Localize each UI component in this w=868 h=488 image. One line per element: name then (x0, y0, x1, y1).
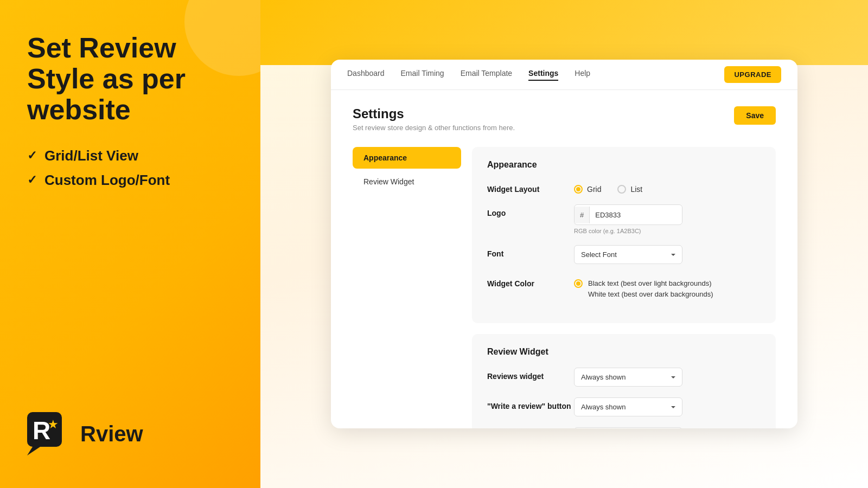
brand-logo: R ★ (27, 412, 71, 455)
feature-item: ✓ Grid/List View (27, 147, 233, 164)
app-card: Dashboard Email Timing Email Template Se… (331, 60, 797, 428)
brand-area: R ★ Rview (27, 412, 233, 455)
widget-layout-radio-group: Grid List (574, 181, 761, 194)
font-select[interactable]: Select Font Arial Roboto Open Sans Lato … (574, 245, 682, 264)
svg-marker-2 (27, 447, 40, 455)
widget-color-row: Widget Color Black text (best over light… (487, 275, 761, 299)
reviews-widget-select[interactable]: Always shown Hidden Show on hover (574, 368, 682, 387)
nav-email-template[interactable]: Email Template (461, 69, 512, 81)
grid-radio-circle (574, 185, 583, 194)
sidebar-item-review-widget[interactable]: Review Widget (353, 171, 461, 192)
color-input-row: # (574, 204, 682, 225)
widget-color-text: Black text (best over light backgrounds)… (588, 278, 713, 299)
write-review-select[interactable]: Always shown Hidden Show on hover (574, 397, 682, 416)
check-icon: ✓ (27, 149, 37, 163)
layout-list-option[interactable]: List (617, 185, 642, 194)
app-nav: Dashboard Email Timing Email Template Se… (331, 60, 797, 90)
svg-text:★: ★ (48, 418, 59, 431)
list-radio-circle (617, 185, 626, 194)
hero-title: Set Review Style as per website (27, 33, 233, 126)
write-review-row: "Write a review" button Always shown Hid… (487, 397, 761, 416)
page-title: Settings (353, 106, 515, 121)
widget-color-text2: White text (best over dark backgrounds) (588, 289, 713, 300)
settings-main: Appearance Widget Layout Grid (461, 147, 776, 428)
settings-sidebar: Appearance Review Widget (353, 147, 461, 428)
appearance-section: Appearance Widget Layout Grid (472, 147, 776, 323)
upgrade-button[interactable]: UPGRADE (724, 66, 781, 83)
reviews-per-page-select[interactable]: 5 7 10 15 20 (574, 427, 682, 428)
reviews-per-page-row: Reviews per page 5 7 10 15 20 (487, 427, 761, 428)
font-label: Font (487, 245, 574, 258)
color-value-input[interactable] (590, 207, 682, 223)
layout-grid-option[interactable]: Grid (574, 185, 601, 194)
nav-help[interactable]: Help (575, 69, 590, 81)
check-icon: ✓ (27, 173, 37, 187)
feature-item: ✓ Custom Logo/Font (27, 172, 233, 189)
widget-color-text1: Black text (best over light backgrounds) (588, 278, 713, 289)
write-review-select-wrapper: Always shown Hidden Show on hover (574, 397, 682, 416)
logo-row: Logo # RGB color (e.g. 1A2B3C) (487, 204, 761, 234)
right-panel: Dashboard Email Timing Email Template Se… (260, 0, 868, 488)
color-hash: # (575, 207, 590, 223)
reviews-per-page-select-wrapper: 5 7 10 15 20 (574, 427, 682, 428)
nav-email-timing[interactable]: Email Timing (401, 69, 444, 81)
save-button[interactable]: Save (734, 106, 776, 125)
widget-color-radio[interactable] (574, 279, 583, 288)
widget-layout-row: Widget Layout Grid List (487, 181, 761, 194)
appearance-section-title: Appearance (487, 160, 761, 170)
write-review-label: "Write a review" button (487, 397, 574, 410)
review-widget-section-title: Review Widget (487, 347, 761, 357)
list-label: List (630, 185, 642, 194)
font-row: Font Select Font Arial Roboto Open Sans … (487, 245, 761, 264)
nav-settings[interactable]: Settings (528, 69, 558, 81)
reviews-widget-label: Reviews widget (487, 368, 574, 381)
widget-color-option: Black text (best over light backgrounds)… (574, 275, 761, 299)
nav-dashboard[interactable]: Dashboard (347, 69, 385, 81)
brand-name: Rview (80, 422, 143, 446)
reviews-widget-row: Reviews widget Always shown Hidden Show … (487, 368, 761, 387)
page-subtitle: Set review store design & other function… (353, 124, 515, 132)
grid-label: Grid (587, 185, 601, 194)
reviews-per-page-label: Reviews per page (487, 427, 574, 428)
sidebar-item-appearance[interactable]: Appearance (353, 147, 461, 169)
settings-layout: Appearance Review Widget Appearance Widg… (353, 147, 776, 428)
logo-label: Logo (487, 204, 574, 217)
left-panel: Set Review Style as per website ✓ Grid/L… (0, 0, 260, 488)
widget-layout-label: Widget Layout (487, 181, 574, 194)
features-list: ✓ Grid/List View ✓ Custom Logo/Font (27, 147, 233, 189)
color-hint: RGB color (e.g. 1A2B3C) (574, 228, 761, 234)
page-header: Settings Set review store design & other… (353, 106, 776, 132)
reviews-widget-select-wrapper: Always shown Hidden Show on hover (574, 368, 682, 387)
app-content: Settings Set review store design & other… (331, 90, 797, 428)
review-widget-section: Review Widget Reviews widget Always show… (472, 334, 776, 428)
font-select-wrapper: Select Font Arial Roboto Open Sans Lato … (574, 245, 682, 264)
widget-color-label: Widget Color (487, 275, 574, 288)
